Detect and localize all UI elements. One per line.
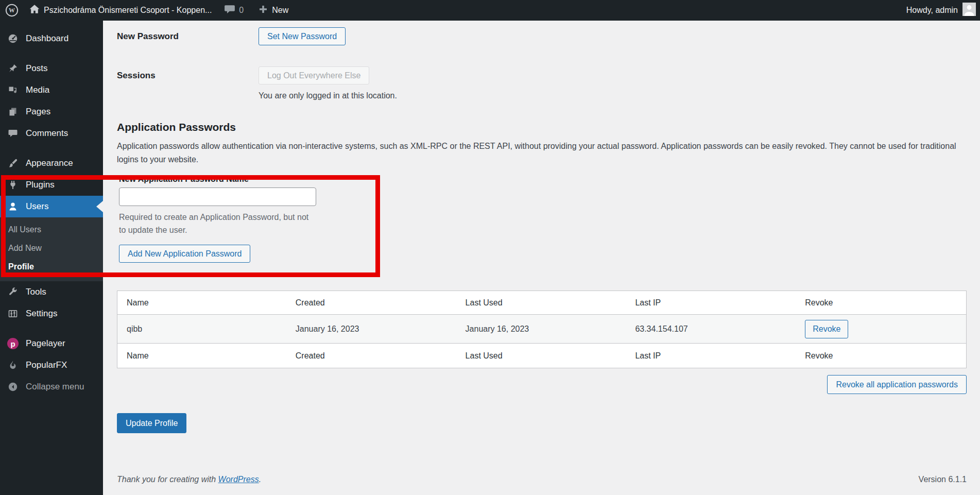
pushpin-icon: [7, 63, 19, 74]
profile-page-content: New Password Set New Password Sessions L…: [103, 21, 980, 495]
sidebar-item-label: Comments: [26, 128, 68, 139]
table-footer-row: Name Created Last Used Last IP Revoke: [117, 344, 967, 368]
sidebar-item-all-users[interactable]: All Users: [0, 220, 103, 239]
table-row: qibb January 16, 2023 January 16, 2023 6…: [117, 315, 967, 344]
sidebar-item-media[interactable]: Media: [0, 79, 103, 101]
sidebar-item-popularfx[interactable]: PopularFX: [0, 354, 103, 376]
wordpress-link[interactable]: WordPress: [218, 475, 259, 484]
footer-header-created: Created: [296, 344, 466, 368]
sidebar-item-pagelayer[interactable]: p Pagelayer: [0, 333, 103, 354]
sidebar-item-appearance[interactable]: Appearance: [0, 152, 103, 174]
help-text-line2: to update the user.: [119, 224, 316, 236]
sidebar-item-comments[interactable]: Comments: [0, 123, 103, 144]
add-new-application-password-button[interactable]: Add New Application Password: [119, 245, 250, 263]
sessions-row: Sessions Log Out Everywhere Else You are…: [117, 66, 397, 100]
admin-footer: Thank you for creating with WordPress. V…: [117, 475, 967, 484]
dashboard-icon: [7, 33, 19, 44]
set-new-password-button[interactable]: Set New Password: [259, 27, 346, 45]
howdy-label: Howdy, admin: [906, 6, 958, 15]
collapse-menu-button[interactable]: Collapse menu: [0, 376, 103, 398]
sessions-note: You are only logged in at this location.: [259, 91, 397, 100]
svg-text:W: W: [9, 7, 15, 14]
admin-bar: W Pszichodráma Önismereti Csoport - Kopp…: [0, 0, 980, 21]
sidebar-item-label: Users: [26, 201, 48, 212]
sidebar-item-pages[interactable]: Pages: [0, 101, 103, 123]
sidebar-item-label: Posts: [26, 63, 48, 74]
comments-bubble-link[interactable]: 0: [224, 4, 244, 17]
new-password-row: New Password Set New Password: [117, 27, 346, 45]
home-icon: [29, 4, 40, 17]
sidebar-item-label: Pages: [26, 107, 50, 117]
users-submenu: All Users Add New Profile: [0, 217, 103, 281]
pagelayer-icon: p: [7, 338, 19, 349]
sidebar-item-posts[interactable]: Posts: [0, 58, 103, 79]
admin-sidebar: Dashboard Posts Media Pages: [0, 21, 103, 495]
cell-name: qibb: [117, 315, 296, 344]
thanks-prefix: Thank you for creating with: [117, 475, 218, 484]
comments-count: 0: [239, 6, 244, 15]
sliders-icon: [7, 308, 19, 319]
new-app-password-name-input[interactable]: [119, 187, 316, 206]
revoke-all-application-passwords-button[interactable]: Revoke all application passwords: [827, 375, 967, 394]
log-out-everywhere-button[interactable]: Log Out Everywhere Else: [259, 66, 369, 84]
account-menu[interactable]: Howdy, admin: [906, 3, 976, 18]
sessions-label: Sessions: [117, 66, 259, 100]
cell-last-ip: 63.34.154.107: [635, 315, 805, 344]
new-label: New: [272, 6, 288, 15]
sidebar-item-label: Media: [26, 85, 49, 95]
plug-icon: [7, 179, 19, 191]
sidebar-item-tools[interactable]: Tools: [0, 281, 103, 303]
speech-bubble-icon: [7, 128, 19, 139]
site-title-link[interactable]: Pszichodráma Önismereti Csoport - Koppen…: [29, 4, 212, 17]
application-passwords-heading: Application Passwords: [117, 121, 236, 133]
wordpress-logo-icon[interactable]: W: [5, 4, 19, 17]
footer-header-revoke: Revoke: [805, 344, 966, 368]
application-passwords-table: Name Created Last Used Last IP Revoke qi…: [117, 291, 967, 368]
avatar: [962, 3, 976, 18]
footer-header-name: Name: [117, 344, 296, 368]
version-text: Version 6.1.1: [919, 475, 967, 484]
update-profile-button[interactable]: Update Profile: [117, 413, 186, 433]
thanks-period: .: [259, 475, 261, 484]
column-header-created: Created: [296, 291, 466, 315]
new-menu-link[interactable]: New: [258, 4, 288, 16]
sidebar-item-label: Plugins: [26, 180, 55, 190]
site-title: Pszichodráma Önismereti Csoport - Koppen…: [44, 6, 212, 15]
application-passwords-description: Application passwords allow authenticati…: [117, 140, 964, 166]
users-icon: [7, 201, 19, 212]
sidebar-item-label: Tools: [26, 287, 46, 297]
cell-last-used: January 16, 2023: [466, 315, 635, 344]
new-application-password-section: New Application Password Name Required t…: [119, 175, 316, 263]
help-text-line1: Required to create an Application Passwo…: [119, 211, 316, 224]
flame-icon: [7, 360, 19, 371]
pages-icon: [7, 106, 19, 117]
sidebar-item-plugins[interactable]: Plugins: [0, 174, 103, 196]
collapse-menu-label: Collapse menu: [26, 382, 84, 392]
new-app-password-name-label: New Application Password Name: [119, 175, 249, 183]
sidebar-item-dashboard[interactable]: Dashboard: [0, 28, 103, 49]
paintbrush-icon: [7, 158, 19, 169]
sidebar-item-label: Appearance: [26, 158, 73, 168]
plus-icon: [258, 4, 268, 16]
comment-bubble-icon: [224, 4, 235, 17]
sidebar-item-label: PopularFX: [26, 360, 67, 370]
new-app-password-help-text: Required to create an Application Passwo…: [119, 211, 316, 236]
sidebar-item-add-new[interactable]: Add New: [0, 239, 103, 258]
sidebar-item-profile[interactable]: Profile: [0, 258, 103, 276]
footer-thanks-text: Thank you for creating with WordPress.: [117, 475, 261, 484]
footer-header-last-used: Last Used: [466, 344, 635, 368]
footer-header-last-ip: Last IP: [635, 344, 805, 368]
cell-created: January 16, 2023: [296, 315, 466, 344]
sidebar-item-label: Pagelayer: [26, 338, 65, 349]
active-menu-arrow: [96, 201, 103, 212]
revoke-all-row: Revoke all application passwords: [117, 375, 967, 394]
sidebar-item-label: Dashboard: [26, 33, 68, 44]
sidebar-item-settings[interactable]: Settings: [0, 303, 103, 325]
sidebar-item-label: Settings: [26, 309, 57, 319]
column-header-last-ip: Last IP: [635, 291, 805, 315]
revoke-button[interactable]: Revoke: [805, 320, 848, 338]
sidebar-item-users[interactable]: Users: [0, 196, 103, 217]
column-header-last-used: Last Used: [466, 291, 635, 315]
media-icon: [7, 84, 19, 96]
collapse-arrow-icon: [7, 381, 19, 392]
